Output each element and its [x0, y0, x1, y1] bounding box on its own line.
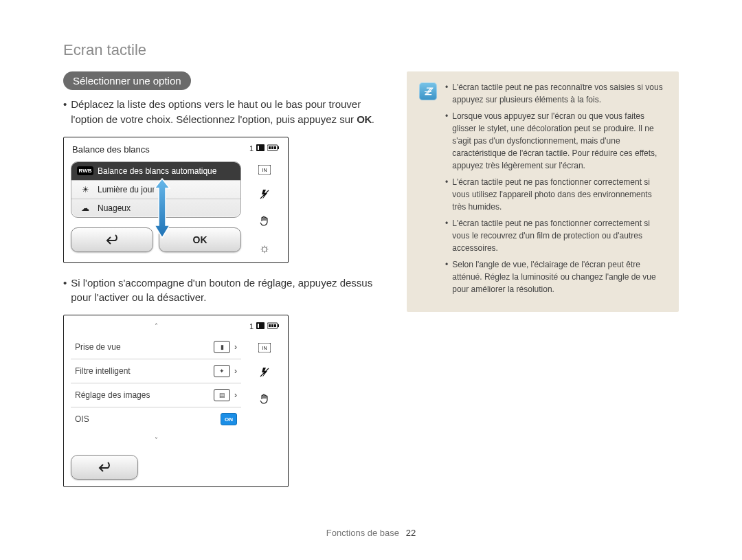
- brightness-icon: ☼: [259, 241, 271, 256]
- battery-icon: [267, 144, 280, 153]
- paragraph-1-suffix: .: [372, 113, 374, 125]
- sun-icon: ☀: [78, 185, 92, 194]
- option-cloudy[interactable]: ☁ Nuageux: [71, 199, 240, 217]
- cloud-icon: ☁: [78, 203, 92, 213]
- chevron-right-icon: ›: [234, 390, 237, 400]
- back-button[interactable]: [71, 227, 153, 252]
- scroll-down[interactable]: ˅: [71, 435, 241, 445]
- settings-label: Filtre intelligent: [75, 366, 131, 376]
- paragraph-2-text: Si l'option s'accompagne d'un bouton de …: [71, 276, 379, 306]
- image-adj-icon: ▤: [214, 389, 230, 401]
- svg-rect-10: [256, 322, 265, 329]
- storage-icon: [256, 322, 265, 331]
- back-button[interactable]: [71, 455, 138, 480]
- settings-row-ois[interactable]: OIS ON: [71, 407, 241, 431]
- camera-mock-settings: ˄ Prise de vue ▮ › Filtre intelligent: [63, 315, 289, 487]
- svg-rect-11: [258, 324, 259, 328]
- svg-rect-0: [256, 144, 265, 151]
- bullet-icon: •: [63, 276, 67, 306]
- page: Ecran tactile Sélectionner une option • …: [0, 0, 742, 560]
- back-arrow-icon: [104, 234, 120, 245]
- section-heading: Sélectionner une option: [63, 71, 191, 90]
- svg-rect-14: [269, 324, 271, 327]
- page-title: Ecran tactile: [63, 41, 679, 59]
- right-column: ℤ •L'écran tactile peut ne pas reconnaît…: [407, 71, 679, 500]
- svg-rect-3: [278, 146, 279, 149]
- footer-page-number: 22: [406, 528, 416, 538]
- option-daylight[interactable]: ☀ Lumière du jour: [71, 180, 240, 199]
- settings-row-shooting[interactable]: Prise de vue ▮ ›: [71, 335, 241, 359]
- battery-icon: [267, 322, 280, 331]
- rwb-icon: RWB: [78, 166, 92, 176]
- content-columns: Sélectionner une option • Déplacez la li…: [63, 71, 679, 500]
- single-shot-icon: ▮: [214, 341, 230, 353]
- info-note: Selon l'angle de vue, l'éclairage de l'é…: [452, 258, 666, 295]
- info-note-list: •L'écran tactile peut ne pas reconnaître…: [445, 81, 666, 300]
- paragraph-1-prefix: Déplacez la liste des options vers le ha…: [71, 98, 361, 125]
- shots-remaining: 1: [249, 144, 254, 153]
- note-icon: ℤ: [419, 82, 437, 100]
- svg-text:IN: IN: [262, 346, 267, 350]
- flash-off-icon: [259, 189, 270, 202]
- settings-label: Prise de vue: [75, 342, 121, 352]
- paragraph-1: • Déplacez la liste des options vers le …: [63, 97, 379, 127]
- svg-rect-15: [271, 324, 273, 327]
- info-note: L'écran tactile peut ne pas fonctionner …: [452, 217, 666, 254]
- steady-hand-icon: [258, 392, 271, 407]
- svg-rect-5: [271, 146, 273, 149]
- shots-remaining: 1: [249, 322, 254, 331]
- settings-list: Prise de vue ▮ › Filtre intelligent ✦: [71, 335, 241, 431]
- settings-label: Réglage des images: [75, 390, 150, 400]
- mock1-status-column: 1 IN ☼: [248, 137, 288, 262]
- info-note: L'écran tactile peut ne pas fonctionner …: [452, 176, 666, 213]
- smart-filter-icon: ✦: [214, 365, 230, 377]
- ok-inline-icon: OK: [357, 113, 372, 125]
- mock1-header: Balance des blancs: [71, 143, 241, 157]
- bullet-icon: •: [63, 97, 67, 127]
- option-label: Lumière du jour: [98, 185, 155, 194]
- svg-rect-6: [274, 146, 276, 149]
- option-auto-wb[interactable]: RWB Balance des blancs automatique: [71, 162, 240, 180]
- resolution-icon: IN: [258, 343, 271, 355]
- settings-row-smart-filter[interactable]: Filtre intelligent ✦ ›: [71, 359, 241, 383]
- flash-off-icon: [259, 367, 270, 380]
- info-note: Lorsque vous appuyez sur l'écran ou que …: [452, 110, 666, 172]
- svg-rect-13: [278, 324, 279, 327]
- steady-hand-icon: [258, 214, 271, 229]
- footer-section: Fonctions de base: [326, 528, 399, 538]
- info-note: L'écran tactile peut ne pas reconnaître …: [452, 81, 666, 106]
- page-footer: Fonctions de base 22: [0, 528, 742, 538]
- paragraph-2: • Si l'option s'accompagne d'un bouton d…: [63, 276, 379, 306]
- camera-mock-white-balance: Balance des blancs RWB Balance des blanc…: [63, 137, 289, 263]
- left-column: Sélectionner une option • Déplacez la li…: [63, 71, 379, 500]
- svg-text:IN: IN: [262, 168, 267, 172]
- settings-label: OIS: [75, 414, 89, 424]
- ok-button[interactable]: OK: [159, 227, 241, 252]
- chevron-right-icon: ›: [234, 366, 237, 376]
- storage-icon: [256, 144, 265, 153]
- option-label: Balance des blancs automatique: [98, 166, 216, 176]
- svg-rect-16: [274, 324, 276, 327]
- chevron-right-icon: ›: [234, 342, 237, 352]
- resolution-icon: IN: [258, 165, 271, 177]
- scroll-up[interactable]: ˄: [71, 321, 241, 331]
- svg-rect-4: [269, 146, 271, 149]
- white-balance-option-list[interactable]: RWB Balance des blancs automatique ☀ Lum…: [71, 161, 241, 218]
- ois-toggle-on[interactable]: ON: [221, 413, 237, 425]
- back-arrow-icon: [97, 462, 112, 473]
- settings-row-image-adj[interactable]: Réglage des images ▤ ›: [71, 383, 241, 407]
- mock2-status-column: 1 IN: [248, 315, 288, 486]
- option-label: Nuageux: [98, 203, 131, 213]
- svg-rect-1: [258, 146, 259, 150]
- info-panel: ℤ •L'écran tactile peut ne pas reconnaît…: [407, 71, 679, 312]
